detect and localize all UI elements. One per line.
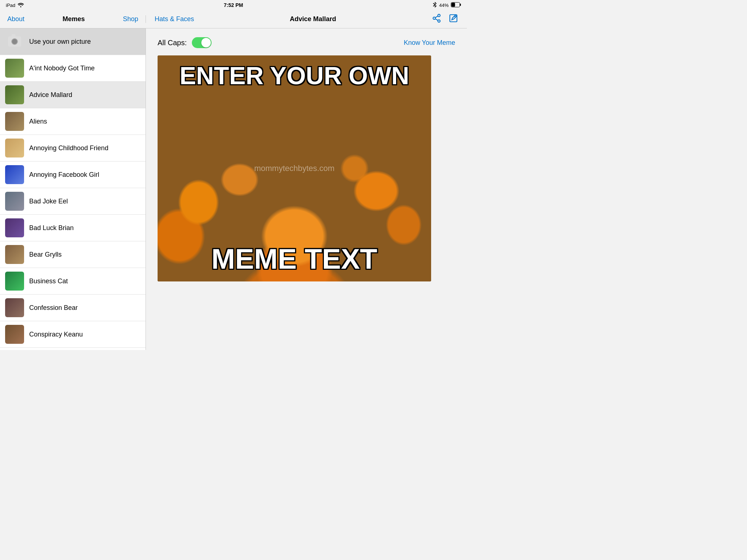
meme-container: ENTER YOUR OWN mommytechbytes.com MEME T…: [158, 55, 431, 281]
sidebar-item-aliens[interactable]: Aliens: [0, 108, 146, 135]
battery-icon: [451, 2, 461, 8]
all-caps-row: All Caps:: [158, 37, 212, 48]
meme-top-text: ENTER YOUR OWN: [179, 63, 409, 89]
bear-label: Bear Grylls: [29, 251, 62, 258]
status-bar: iPad 7:52 PM 44%: [0, 0, 467, 10]
status-time: 7:52 PM: [224, 2, 243, 8]
sidebar-item-business-cat[interactable]: Business Cat: [0, 268, 146, 295]
wifi-icon: [18, 2, 24, 8]
sidebar-item-advice-mallard[interactable]: Advice Mallard: [0, 82, 146, 108]
aint-thumb: [5, 59, 24, 78]
hats-faces-button[interactable]: Hats & Faces: [155, 15, 194, 23]
bluetooth-icon: [433, 2, 437, 9]
page-title: Advice Mallard: [290, 15, 336, 23]
business-cat-thumb: [5, 272, 24, 291]
sidebar-item-aint[interactable]: A'int Nobody Got Time: [0, 55, 146, 82]
meme-image: ENTER YOUR OWN mommytechbytes.com MEME T…: [158, 55, 431, 281]
shop-button[interactable]: Shop: [123, 15, 138, 23]
action-icons: [432, 13, 458, 25]
all-caps-toggle[interactable]: [192, 37, 212, 48]
battery-percent: 44%: [439, 3, 449, 8]
edit-button[interactable]: [449, 13, 458, 25]
annoying-fg-thumb: [5, 165, 24, 184]
content-area: All Caps: Know Your Meme ENTER YOUR OWN …: [146, 28, 467, 350]
share-button[interactable]: [432, 13, 441, 25]
annoying-cf-label: Annoying Childhood Friend: [29, 144, 108, 152]
status-left: iPad: [6, 2, 24, 8]
confession-thumb: [5, 298, 24, 317]
sidebar-item-annoying-cf[interactable]: Annoying Childhood Friend: [0, 135, 146, 162]
business-cat-label: Business Cat: [29, 277, 68, 285]
main-content: Use your own picture A'int Nobody Got Ti…: [0, 28, 467, 350]
about-button[interactable]: About: [7, 15, 24, 23]
sidebar-item-bear-grylls[interactable]: Bear Grylls: [0, 241, 146, 268]
bad-luck-thumb: [5, 218, 24, 237]
bad-joke-thumb: [5, 192, 24, 211]
annoying-cf-thumb: [5, 139, 24, 158]
confession-label: Confession Bear: [29, 304, 78, 312]
sidebar-item-confession-bear[interactable]: Confession Bear: [0, 295, 146, 321]
sidebar: Use your own picture A'int Nobody Got Ti…: [0, 28, 146, 350]
conspiracy-label: Conspiracy Keanu: [29, 331, 83, 338]
nav-bar: About Memes Shop Hats & Faces Advice Mal…: [0, 10, 467, 28]
bad-luck-label: Bad Luck Brian: [29, 224, 74, 232]
know-your-meme-link[interactable]: Know Your Meme: [404, 39, 455, 47]
svg-rect-2: [452, 3, 455, 7]
advice-label: Advice Mallard: [29, 91, 72, 99]
aint-label: A'int Nobody Got Time: [29, 65, 95, 72]
sidebar-item-bad-joke[interactable]: Bad Joke Eel: [0, 188, 146, 215]
nav-title: Memes: [62, 15, 85, 23]
bear-thumb: [5, 245, 24, 264]
device-label: iPad: [6, 3, 15, 8]
annoying-fg-label: Annoying Facebook Girl: [29, 171, 99, 179]
sidebar-item-conspiracy-keanu[interactable]: Conspiracy Keanu: [0, 321, 146, 348]
aliens-label: Aliens: [29, 118, 47, 125]
nav-right-section: Hats & Faces Advice Mallard: [146, 13, 467, 25]
sidebar-item-facepalm[interactable]: Facepalm: [0, 348, 146, 350]
sidebar-item-use-own[interactable]: Use your own picture: [0, 28, 146, 55]
watermark: mommytechbytes.com: [254, 164, 334, 173]
camera-thumb: [5, 32, 24, 51]
status-right: 44%: [433, 2, 461, 9]
conspiracy-thumb: [5, 325, 24, 344]
sidebar-item-annoying-fg[interactable]: Annoying Facebook Girl: [0, 162, 146, 188]
toggle-knob: [201, 38, 211, 47]
meme-bottom-text: MEME TEXT: [211, 244, 377, 274]
content-header: All Caps: Know Your Meme: [158, 37, 455, 48]
svg-rect-1: [460, 4, 461, 6]
all-caps-label: All Caps:: [158, 39, 187, 47]
advice-thumb: [5, 85, 24, 104]
sidebar-item-bad-luck[interactable]: Bad Luck Brian: [0, 215, 146, 241]
camera-icon: [8, 36, 21, 47]
bad-joke-label: Bad Joke Eel: [29, 198, 68, 205]
aliens-thumb: [5, 112, 24, 131]
use-own-label: Use your own picture: [29, 38, 91, 46]
nav-left-section: About Memes Shop: [0, 15, 146, 23]
